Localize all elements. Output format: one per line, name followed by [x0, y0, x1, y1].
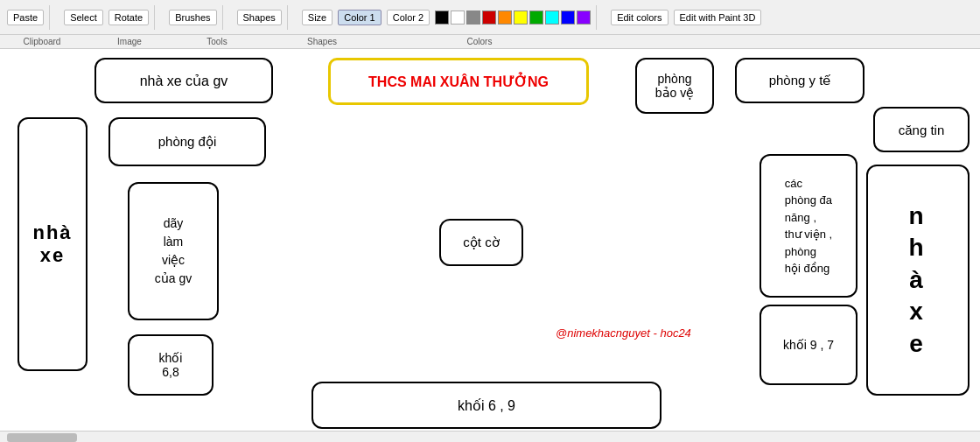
nha-xe-left-label: nhàxe	[32, 221, 72, 267]
label-colors: Colors	[392, 37, 567, 46]
color-purple[interactable]	[577, 11, 591, 25]
toolbar-group-tools: Brushes	[169, 5, 222, 30]
day-lam-viec-label: dãylàmviệccủa gv	[155, 214, 192, 288]
label-image: Image	[77, 37, 182, 46]
color-gray[interactable]	[466, 11, 480, 25]
shapes-button[interactable]: Shapes	[237, 10, 282, 25]
watermark-text: @nimekhacnguyet - hoc24	[556, 326, 691, 340]
brushes-button[interactable]: Brushes	[169, 10, 216, 25]
nha-xe-gv-box: nhà xe của gv	[94, 58, 273, 103]
khoi-68-label: khối6,8	[159, 351, 183, 379]
edit-colors-button[interactable]: Edit colors	[611, 10, 668, 25]
paint3d-button[interactable]: Edit with Paint 3D	[674, 10, 762, 25]
phong-doi-label: phòng đội	[158, 134, 217, 150]
nha-xe-left-box: nhàxe	[18, 117, 88, 371]
day-lam-viec-box: dãylàmviệccủa gv	[128, 182, 219, 320]
khoi-97-label: khối 9 , 7	[783, 338, 834, 352]
toolbar-group-image: Select Rotate	[64, 5, 155, 30]
cac-phong-box: cácphòng đanăng ,thư viện ,phònghội đồng	[760, 154, 858, 298]
cot-co-label: cột cờ	[463, 235, 499, 250]
cac-phong-label: cácphòng đanăng ,thư viện ,phònghội đồng	[785, 175, 832, 277]
color-orange[interactable]	[498, 11, 512, 25]
canvas-area[interactable]: nhà xe của gv THCS MAI XUÂN THƯỞNG phòng…	[0, 49, 980, 442]
size-button[interactable]: Size	[302, 10, 332, 25]
color-green[interactable]	[529, 11, 543, 25]
toolbar-separator-3	[222, 5, 223, 30]
phong-doi-box: phòng đội	[108, 117, 266, 166]
khoi-69-box: khối 6 , 9	[312, 382, 662, 429]
color-black[interactable]	[435, 11, 449, 25]
toolbar-group-clipboard: Paste	[7, 5, 50, 30]
label-shapes: Shapes	[252, 37, 392, 46]
khoi-97-box: khối 9 , 7	[760, 305, 858, 385]
label-clipboard: Clipboard	[7, 37, 77, 46]
toolbar-separator-4	[287, 5, 288, 30]
scrollbar-thumb[interactable]	[7, 433, 77, 442]
toolbar-section-labels: Clipboard Image Tools Shapes Colors	[0, 35, 980, 49]
khoi-68-box: khối6,8	[128, 334, 214, 396]
paste-button[interactable]: Paste	[7, 10, 44, 25]
toolbar-group-edit: Edit colors Edit with Paint 3D	[611, 10, 761, 25]
toolbar-group-shapes: Shapes	[237, 5, 288, 30]
phong-bao-ve-label: phòngbảo vệ	[655, 72, 694, 100]
label-tools: Tools	[182, 37, 252, 46]
phong-bao-ve-box: phòngbảo vệ	[635, 58, 714, 114]
khoi-69-label: khối 6 , 9	[458, 397, 515, 414]
color-white[interactable]	[451, 11, 465, 25]
toolbar-separator-1	[49, 5, 50, 30]
select-button[interactable]: Select	[64, 10, 103, 25]
toolbar: Paste Select Rotate Brushes Shapes Size …	[0, 0, 980, 35]
color-yellow[interactable]	[514, 11, 528, 25]
color-blue[interactable]	[561, 11, 575, 25]
phong-y-te-box: phòng y tế	[735, 58, 864, 103]
title-label: THCS MAI XUÂN THƯỞNG	[368, 74, 549, 90]
rotate-button[interactable]: Rotate	[108, 10, 149, 25]
can-tin-box: căng tin	[873, 107, 970, 152]
phong-y-te-label: phòng y tế	[769, 73, 831, 88]
toolbar-group-colors: Size Color 1 Color 2	[302, 5, 597, 30]
can-tin-label: căng tin	[899, 123, 945, 137]
cot-co-box: cột cờ	[439, 219, 523, 266]
nha-xe-right-box: nhàxe	[866, 165, 970, 396]
toolbar-separator-2	[154, 5, 155, 30]
toolbar-separator-5	[596, 5, 597, 30]
color-cyan[interactable]	[545, 11, 559, 25]
title-box: THCS MAI XUÂN THƯỞNG	[328, 58, 589, 105]
color2-button[interactable]: Color 2	[387, 10, 430, 25]
nha-xe-right-label: nhàxe	[908, 200, 927, 360]
nha-xe-gv-label: nhà xe của gv	[140, 73, 228, 89]
watermark: @nimekhacnguyet - hoc24	[556, 326, 691, 340]
color-red[interactable]	[482, 11, 496, 25]
color-palette	[435, 11, 591, 25]
horizontal-scrollbar[interactable]	[0, 431, 980, 442]
color1-button[interactable]: Color 1	[338, 10, 381, 25]
